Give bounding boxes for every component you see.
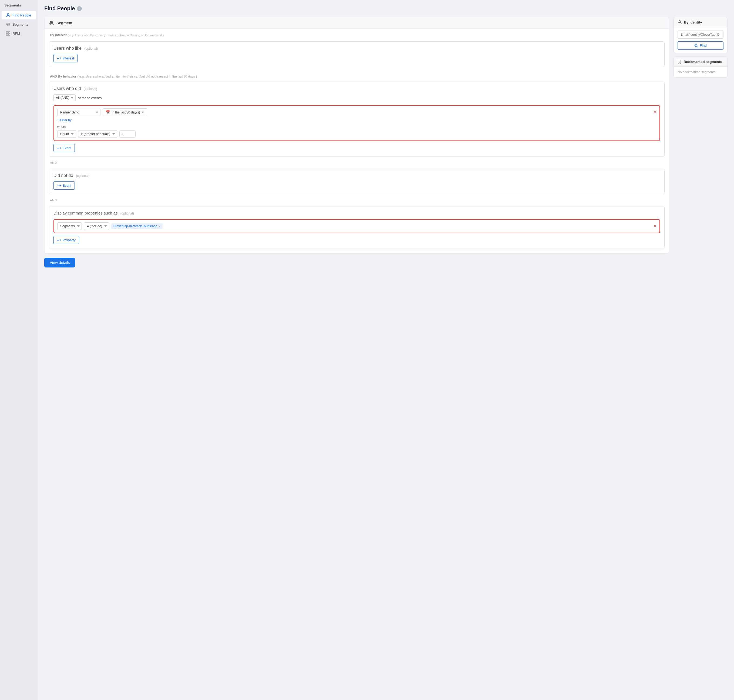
date-range-select[interactable]: 📅 In the last 30 day(s) [103,108,147,116]
bookmark-icon [678,59,681,64]
segment-card-title: Segment [56,21,72,25]
view-details-button[interactable]: View details [44,258,75,268]
event-row-container: Partner Sync 📅 In the last 30 day(s) × +… [53,105,660,141]
segment-card-header: Segment [44,17,669,29]
tags-input-area: CleverTap-mParticle-Audience × [111,224,652,229]
svg-rect-6 [8,34,10,35]
svg-rect-5 [6,34,8,35]
by-identity-card: By identity Find [674,17,728,53]
svg-point-0 [7,13,9,15]
bookmarked-body: No bookmarked segments [674,67,727,77]
sidebar-item-segments[interactable]: Segments [1,20,36,29]
remove-property-row-button[interactable]: × [654,224,656,229]
calendar-icon: 📅 [106,110,110,114]
svg-rect-4 [8,32,10,33]
rfm-icon [6,31,10,36]
page-title: Find People [44,5,75,12]
add-interest-button[interactable]: + + Interest [53,54,78,62]
users-who-did-title: Users who did (optional) [53,86,660,91]
remove-event-button[interactable]: × [654,110,656,115]
svg-rect-3 [6,32,8,33]
include-operator-select[interactable]: = (include) [84,222,109,230]
sidebar-item-rfm[interactable]: RFM [1,29,36,38]
all-and-select[interactable]: All (AND) [53,94,76,101]
tag-chip: CleverTap-mParticle-Audience × [111,224,163,229]
segments-select[interactable]: Segments [57,222,82,230]
add-event-button[interactable]: + + Event [53,144,75,152]
help-icon[interactable]: ? [77,6,82,11]
main-panel: Segment By interest ( e.g. Users who lik… [44,17,669,273]
search-icon [694,44,698,47]
sidebar-item-label: Find People [12,13,31,17]
bookmarked-segments-card: Bookmarked segments No bookmarked segmen… [674,56,728,78]
sidebar-item-find-people[interactable]: Find People [1,11,36,19]
users-who-did-box: Users who did (optional) All (AND) of th… [49,82,665,157]
did-not-do-title: Did not do (optional) [53,173,660,178]
by-identity-header: By identity [674,17,727,27]
page-header: Find People ? [44,5,728,12]
operator-select[interactable]: ≥ (greater or equals) [78,130,117,138]
and-by-behavior-label: AND By behavior ( e.g. Users who added a… [44,71,669,79]
person-icon [678,20,682,24]
find-button[interactable]: Find [678,41,724,50]
count-value-input[interactable] [119,131,135,138]
content-row: Segment By interest ( e.g. Users who lik… [44,17,728,273]
count-select[interactable]: Count [57,130,76,138]
svg-point-8 [51,21,53,23]
sidebar-item-label: RFM [12,32,20,36]
segments-icon [6,22,10,26]
by-identity-body: Find [674,27,727,53]
by-interest-label: By interest ( e.g. Users who like comedy… [44,29,669,39]
property-row: Segments = (include) CleverTap-mParticle… [57,222,656,230]
sidebar-title: Segments [0,3,38,10]
sidebar: Segments Find People Segments RFM [0,0,38,700]
property-row-container: Segments = (include) CleverTap-mParticle… [53,219,660,233]
where-row: Count ≥ (greater or equals) [57,130,656,138]
did-not-do-box: Did not do (optional) + + Event [49,169,665,194]
chevron-down-icon [141,112,144,113]
display-properties-box: Display common properties such as (optio… [49,206,665,249]
all-of-row: All (AND) of these events [53,94,660,101]
svg-point-9 [679,21,681,22]
bookmarked-title: Bookmarked segments [684,60,722,64]
people-icon [49,21,54,25]
svg-point-1 [7,23,10,26]
right-panel: By identity Find [674,17,728,78]
display-properties-title: Display common properties such as (optio… [53,211,660,215]
interest-box: Users who like (optional) + + Interest [49,41,665,67]
svg-line-11 [697,46,698,47]
and-label-2: AND [44,196,669,204]
main-content: Find People ? Segment [38,0,734,700]
add-event-did-not-button[interactable]: + + Event [53,181,75,190]
tag-remove-button[interactable]: × [158,224,160,228]
event-selectors: Partner Sync 📅 In the last 30 day(s) × [57,108,656,116]
svg-point-2 [7,24,9,25]
and-label-1: AND [44,159,669,166]
add-property-button[interactable]: + + Property [53,236,79,244]
by-identity-title: By identity [684,20,702,24]
where-label: where [57,125,656,129]
filter-by-link[interactable]: + Filter by [57,118,656,122]
of-these-events-label: of these events [78,96,101,100]
date-range-label: In the last 30 day(s) [112,110,140,114]
identity-input[interactable] [678,31,724,39]
person-icon [6,13,10,17]
users-who-like-title: Users who like (optional) [53,46,660,51]
event-name-select[interactable]: Partner Sync [57,109,100,116]
tag-value: CleverTap-mParticle-Audience [113,224,157,228]
no-bookmarks-text: No bookmarked segments [678,69,715,75]
sidebar-item-label: Segments [12,22,28,26]
bookmarked-header: Bookmarked segments [674,57,727,67]
segment-card: Segment By interest ( e.g. Users who lik… [44,17,669,253]
